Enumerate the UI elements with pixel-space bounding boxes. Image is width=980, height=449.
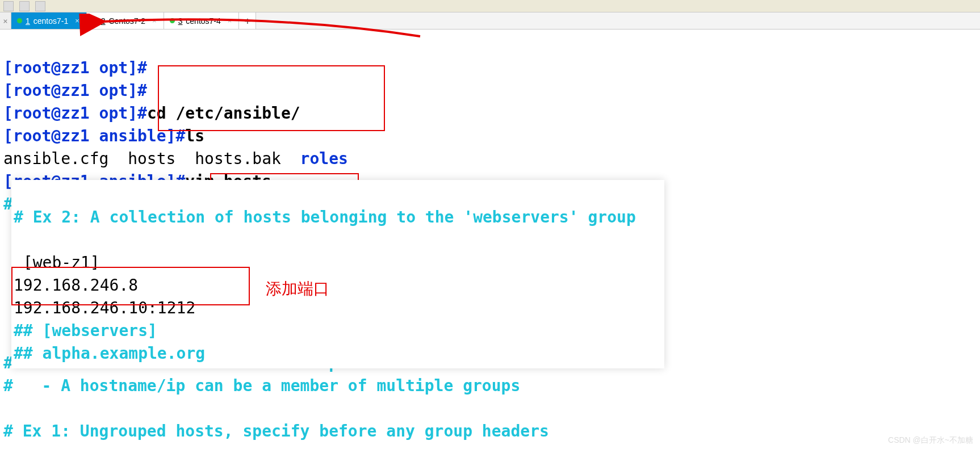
toolbar	[0, 0, 980, 12]
toolbar-icon[interactable]	[19, 1, 30, 11]
ls-dir: roles	[300, 149, 348, 168]
annotation-add-port: 添加端口	[266, 278, 329, 300]
tab-centos7-4[interactable]: 3 centos7-4 ×	[164, 12, 240, 29]
close-icon[interactable]: ×	[75, 16, 79, 25]
ls-file: ansible.cfg	[3, 149, 108, 168]
shell-prompt: [root@zz1 ansible]#	[3, 127, 185, 145]
hosts-file-excerpt: # Ex 2: A collection of hosts belonging …	[11, 180, 664, 368]
tab-add-button[interactable]: +	[239, 12, 256, 29]
group-header: [web-z1]	[14, 253, 100, 272]
tab-centos7-2[interactable]: 2 Centos7-2 ×	[87, 12, 164, 29]
toolbar-icon[interactable]	[35, 1, 45, 11]
shell-prompt: [root@zz1 opt]#	[3, 104, 147, 123]
command: ls	[185, 127, 204, 145]
status-dot-icon	[17, 18, 22, 23]
shell-prompt: [root@zz1 opt]#	[3, 58, 147, 77]
tab-label: centos7-1	[33, 16, 68, 26]
host-entry: 192.168.246.10:1212	[14, 299, 195, 317]
tab-close-all[interactable]: ×	[0, 12, 11, 29]
file-comment: # Ex 1: Ungrouped hosts, specify before …	[3, 422, 549, 440]
status-dot-icon	[170, 18, 175, 23]
file-comment: # - A hostname/ip can be a member of mul…	[3, 376, 520, 395]
tab-bar: × 1 centos7-1 × 2 Centos7-2 × 3 centos7-…	[0, 12, 980, 30]
tab-index: 3	[178, 16, 183, 26]
status-dot-icon	[93, 18, 98, 23]
tab-index: 1	[26, 16, 30, 26]
host-entry: 192.168.246.8	[14, 276, 138, 295]
ls-file: hosts	[128, 149, 175, 168]
command: cd /etc/ansible/	[147, 104, 300, 123]
tab-centos7-1[interactable]: 1 centos7-1 ×	[11, 12, 87, 29]
watermark: CSDN @白开水~不加糖	[888, 435, 973, 446]
close-icon: ×	[3, 16, 7, 26]
close-icon[interactable]: ×	[152, 16, 157, 25]
tab-label: centos7-4	[186, 16, 220, 26]
tab-label: Centos7-2	[108, 16, 145, 26]
ls-file: hosts.bak	[195, 149, 281, 168]
close-icon[interactable]: ×	[228, 16, 232, 25]
tab-index: 2	[101, 16, 106, 26]
shell-prompt: [root@zz1 opt]#	[3, 81, 147, 100]
file-comment: # Ex 2: A collection of hosts belonging …	[14, 208, 636, 226]
file-comment: ## alpha.example.org	[14, 344, 205, 363]
toolbar-icon[interactable]	[3, 1, 14, 11]
file-comment: ## [webservers]	[14, 321, 157, 340]
